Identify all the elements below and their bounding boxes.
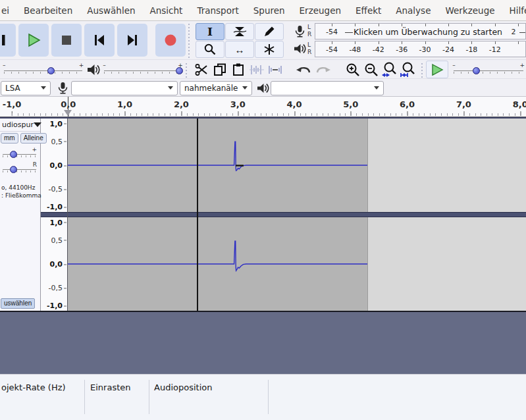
slider-plus-label: + xyxy=(519,62,525,68)
cut-button[interactable] xyxy=(193,61,210,78)
meter-scale-label: -42 xyxy=(373,45,384,54)
menu-item-Transport[interactable]: Transport xyxy=(190,5,246,16)
draw-tool-icon xyxy=(263,25,276,38)
audio-host-select[interactable]: LSA xyxy=(1,81,51,95)
skip-to-start-button[interactable] xyxy=(84,24,115,57)
scale-label: 0,0 xyxy=(50,161,63,170)
undo-button[interactable] xyxy=(296,61,313,78)
paste-button[interactable] xyxy=(230,61,247,78)
channel-1-scale[interactable]: 1,00,50,0-0,5-1,0 xyxy=(41,118,67,212)
track-name: udiospur xyxy=(2,120,34,129)
zoom-in-button[interactable] xyxy=(344,61,361,78)
menu-item-Bearbeiten[interactable]: Bearbeiten xyxy=(16,5,80,16)
fit-project-button[interactable] xyxy=(400,61,417,78)
toolbar-grip[interactable] xyxy=(188,22,192,58)
record-button[interactable] xyxy=(155,24,186,57)
zoom-tool-icon xyxy=(203,43,217,56)
track-info-line1: o, 44100Hz xyxy=(1,184,39,192)
menu-item-Ansicht[interactable]: Ansicht xyxy=(143,5,190,16)
scale-label: -0,5 xyxy=(49,284,63,292)
copy-button[interactable] xyxy=(211,61,228,78)
stop-button[interactable] xyxy=(51,24,82,57)
playhead-marker[interactable] xyxy=(64,110,72,116)
channel-separator xyxy=(41,212,67,217)
trim-audio-button[interactable] xyxy=(248,61,265,78)
select-track-button[interactable]: uswählen xyxy=(1,298,35,309)
play-button[interactable] xyxy=(18,24,49,57)
channel-1-waveform[interactable] xyxy=(68,118,526,212)
playback-volume-thumb[interactable] xyxy=(176,67,183,74)
meter-line xyxy=(519,32,526,33)
timeline-ruler[interactable]: -1,00,01,02,03,04,05,06,07,08,0 xyxy=(0,96,526,117)
menu-item-Analyse[interactable]: Analyse xyxy=(388,5,438,16)
gain-thumb[interactable] xyxy=(10,151,17,158)
recording-meter-row: LR -54 Klicken um Überwachung zu starten… xyxy=(292,23,526,39)
skip-to-end-icon xyxy=(125,34,140,47)
skip-to-end-button[interactable] xyxy=(117,24,147,57)
fit-selection-icon xyxy=(381,61,398,78)
menu-item-Spuren[interactable]: Spuren xyxy=(246,5,292,16)
pan-right-label: R xyxy=(33,161,37,168)
pan-thumb[interactable] xyxy=(10,166,17,173)
slider-ticks xyxy=(454,72,523,74)
toolbar-grip[interactable] xyxy=(421,61,425,78)
recording-channels-value: nahmekanäle xyxy=(184,84,238,93)
play-speed-thumb[interactable] xyxy=(473,67,480,74)
silence-audio-button[interactable] xyxy=(267,61,284,78)
playback-volume-slider[interactable]: –+ xyxy=(101,62,184,78)
menu-item-Werkzeuge[interactable]: Werkzeuge xyxy=(438,5,502,16)
timeline-label: -1,0 xyxy=(3,99,21,109)
mute-button[interactable]: mm xyxy=(1,133,18,144)
channel-2-scale[interactable]: 1,00,50,0-0,5-1,0 xyxy=(41,217,67,311)
track-name-row[interactable]: udiospur xyxy=(0,118,40,132)
menu-item-Hilfe[interactable]: Hilfe xyxy=(502,5,526,16)
play-at-speed-icon xyxy=(431,63,444,76)
recording-channels-select[interactable]: nahmekanäle xyxy=(180,81,252,95)
divider xyxy=(149,380,149,414)
meter-scale-label: -30 xyxy=(419,45,431,54)
play-speed-slider[interactable]: –+ xyxy=(451,62,526,78)
recording-device-select[interactable] xyxy=(71,81,178,95)
waveform-area xyxy=(68,118,526,311)
redo-button[interactable] xyxy=(314,61,331,78)
timeshift-tool-button[interactable]: ↔ xyxy=(225,41,254,58)
pause-button[interactable] xyxy=(0,24,16,57)
channel-2-waveform[interactable] xyxy=(68,217,526,311)
envelope-tool-button[interactable] xyxy=(225,23,254,40)
multi-tool-button[interactable] xyxy=(255,41,284,58)
paste-icon xyxy=(231,63,246,77)
waveform-channel-1 xyxy=(68,118,367,212)
selection-tool-icon: I xyxy=(207,25,213,38)
fit-selection-button[interactable] xyxy=(381,61,398,78)
menu-item-Erzeugen[interactable]: Erzeugen xyxy=(292,5,348,16)
playback-device-select[interactable] xyxy=(271,81,384,95)
device-toolbar: LSA nahmekanäle xyxy=(0,78,526,97)
menu-item-Auswählen[interactable]: Auswählen xyxy=(80,5,142,16)
gain-slider[interactable]: + xyxy=(1,145,39,160)
project-background[interactable] xyxy=(0,312,526,374)
playback-volume-speaker-icon xyxy=(85,63,101,77)
playback-meter[interactable]: -54-48-42-36-30-24-18-12 -6 xyxy=(315,41,526,57)
recording-volume-thumb[interactable] xyxy=(47,67,55,74)
playback-meter-row: LR -54-48-42-36-30-24-18-12 -6 xyxy=(292,41,526,57)
zoom-tool-button[interactable] xyxy=(196,41,224,58)
timeline-label: 3,0 xyxy=(230,99,246,109)
draw-tool-button[interactable] xyxy=(255,23,284,40)
selection-tool-button[interactable]: I xyxy=(196,23,224,40)
channel-separator[interactable] xyxy=(68,212,526,217)
play-at-speed-button[interactable] xyxy=(426,61,448,78)
slider-ticks xyxy=(3,171,36,172)
toolbar-grip[interactable] xyxy=(185,61,190,78)
meter-scale-label: -54 xyxy=(326,45,338,54)
zoom-out-button[interactable] xyxy=(363,61,380,78)
pan-slider[interactable]: R xyxy=(1,161,39,175)
edit-cursor-line xyxy=(197,118,198,311)
scale-label: 1,0 xyxy=(50,218,63,226)
scale-label: 0,5 xyxy=(51,137,63,145)
menu-item-Effekt[interactable]: Effekt xyxy=(348,5,388,16)
recording-meter[interactable]: -54 Klicken um Überwachung zu starten 2 … xyxy=(315,23,526,39)
recording-volume-slider[interactable]: –+ xyxy=(1,62,85,78)
chevron-down-icon xyxy=(168,86,173,90)
recording-device-mic-icon xyxy=(54,81,71,95)
menu-item-ei[interactable]: ei xyxy=(0,5,16,16)
